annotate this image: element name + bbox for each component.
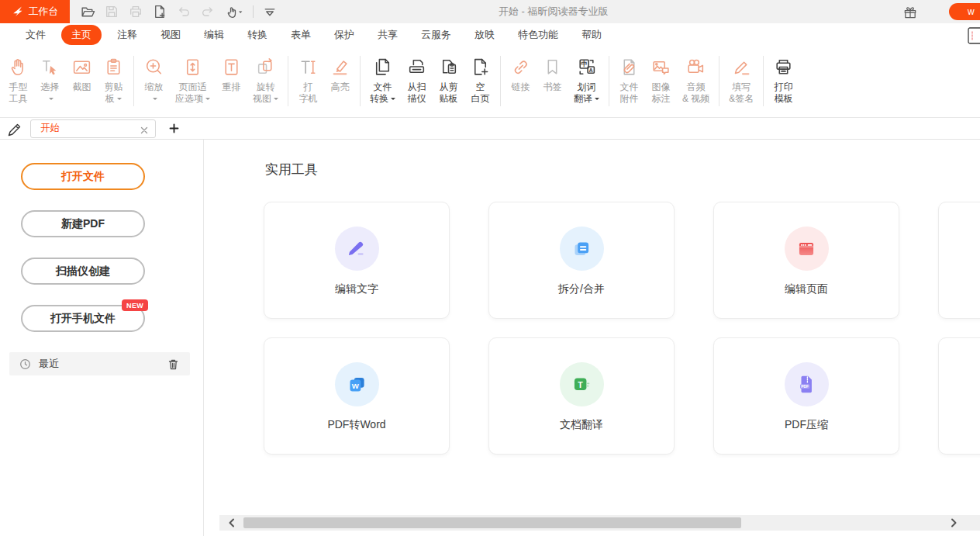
card-pdf-compress[interactable]: PDF PDF压缩: [713, 337, 899, 455]
ribbon-item-from-clipboard[interactable]: 从剪 贴板: [433, 47, 464, 105]
panel-toggle-icon[interactable]: [967, 26, 980, 45]
menu-protect[interactable]: 保护: [334, 28, 354, 42]
card-label: 编辑页面: [785, 282, 828, 296]
menu-help[interactable]: 帮助: [581, 28, 602, 42]
pdf-compress-icon: PDF: [785, 362, 829, 406]
ribbon-divider: [133, 56, 134, 106]
open-file-icon[interactable]: [80, 4, 95, 19]
menu-view[interactable]: 视图: [160, 28, 181, 42]
scroll-right-icon[interactable]: [948, 517, 959, 528]
customize-toolbar-icon[interactable]: [262, 4, 278, 19]
menu-convert[interactable]: 转换: [247, 28, 267, 42]
open-file-button[interactable]: 打开文件: [21, 163, 145, 190]
scroll-left-icon[interactable]: [226, 517, 237, 528]
ribbon-item-rotate-view[interactable]: 旋转 视图: [247, 47, 284, 105]
menu-cloud[interactable]: 云服务: [421, 28, 451, 42]
card-edit-page[interactable]: 编辑页面: [713, 202, 899, 319]
ribbon-item-translate[interactable]: 中A 划词 翻译: [568, 47, 605, 105]
ribbon-item-fill-sign[interactable]: 填写 &签名: [723, 47, 759, 105]
card-split-merge[interactable]: 拆分/合并: [488, 202, 675, 319]
svg-text:PDF: PDF: [801, 384, 809, 388]
translate-icon: 中A: [576, 55, 597, 78]
gift-icon[interactable]: [902, 4, 918, 19]
redo-icon[interactable]: [200, 4, 216, 19]
ribbon-item-clipboard[interactable]: 剪贴 板: [98, 47, 129, 105]
rotate-view-icon: [255, 55, 276, 78]
card-label: 编辑文字: [335, 282, 378, 296]
link-icon: [510, 55, 531, 78]
ribbon-item-convert-files[interactable]: 文件 转换: [364, 47, 401, 105]
scanner-create-button[interactable]: 扫描仪创建: [21, 258, 145, 285]
ribbon-item-label: 页面适 应选项: [175, 81, 210, 105]
ribbon-item-print-template[interactable]: 打印 模板: [768, 47, 799, 105]
ribbon-item-highlight[interactable]: 高亮: [324, 47, 356, 105]
new-pdf-button[interactable]: 新建PDF: [21, 210, 145, 237]
ribbon-item-fit-page[interactable]: 页面适 应选项: [170, 47, 216, 105]
ribbon-item-hand-tool[interactable]: 手型 工具: [2, 47, 34, 105]
promo-label: w: [968, 6, 975, 17]
open-mobile-file-button[interactable]: 打开手机文件 NEW: [21, 305, 145, 332]
ribbon-item-select[interactable]: 选择: [34, 47, 66, 105]
workspace-button[interactable]: 工作台: [0, 0, 70, 23]
menu-features[interactable]: 特色功能: [518, 28, 558, 42]
menu-home[interactable]: 主页: [61, 25, 102, 45]
save-icon[interactable]: [104, 4, 119, 19]
ribbon-item-from-scanner[interactable]: 从扫 描仪: [401, 47, 433, 105]
ribbon-item-reflow[interactable]: 重排: [216, 47, 247, 105]
trash-icon[interactable]: [167, 358, 180, 371]
menu-file[interactable]: 文件: [26, 28, 46, 42]
audio-video-icon: [685, 55, 706, 78]
from-scanner-icon: [406, 55, 427, 78]
ribbon-item-label: 选择: [41, 81, 60, 105]
sidebar: 打开文件 新建PDF 扫描仪创建 打开手机文件 NEW 最近: [0, 140, 204, 536]
doc-translate-icon: T: [560, 362, 604, 406]
new-document-icon[interactable]: [152, 4, 167, 19]
ribbon-item-label: 旋转 视图: [253, 81, 278, 105]
tab-close-icon[interactable]: [140, 124, 149, 133]
ribbon-group-sign: 填写 &签名: [723, 47, 759, 105]
menu-form[interactable]: 表单: [291, 28, 311, 42]
ribbon-item-audio-video[interactable]: 音频 & 视频: [677, 47, 715, 105]
menu-comment[interactable]: 注释: [117, 28, 137, 42]
ribbon-item-typewriter[interactable]: 打 字机: [292, 47, 324, 105]
hand-pointer-dropdown-icon[interactable]: [224, 4, 244, 19]
split-merge-icon: [560, 227, 604, 271]
scrollbar-thumb[interactable]: [243, 517, 741, 528]
main-content: 实用工具 编辑文字 拆分/合并 编辑页面: [204, 140, 980, 536]
ribbon-item-snapshot[interactable]: 截图: [66, 47, 98, 105]
dropdown-caret-icon: [274, 98, 278, 102]
ribbon-item-label: 填写 &签名: [729, 81, 754, 105]
ribbon-item-label: 文件 附件: [620, 81, 639, 105]
ribbon-item-image-annotation[interactable]: 图像 标注: [645, 47, 677, 105]
menu-edit[interactable]: 编辑: [204, 28, 224, 42]
card-pdf-to-word[interactable]: W PDF转Word: [264, 337, 450, 455]
dropdown-caret-icon: [391, 98, 395, 102]
ribbon-item-zoom[interactable]: 缩放: [138, 47, 170, 105]
card-label: PDF转Word: [327, 418, 385, 432]
ribbon-item-label: 从扫 描仪: [408, 81, 426, 105]
ribbon-group-comment: 打 字机 高亮: [292, 47, 356, 105]
card-partial[interactable]: [938, 202, 980, 319]
new-tab-icon[interactable]: [168, 123, 180, 134]
undo-icon[interactable]: [176, 4, 192, 19]
ribbon-item-blank-page[interactable]: 空 白页: [464, 47, 496, 105]
ribbon-item-label: 划词 翻译: [574, 81, 599, 105]
ribbon-item-link[interactable]: 链接: [505, 47, 537, 105]
card-doc-translate[interactable]: T 文档翻译: [488, 337, 675, 455]
ribbon-item-label: 打印 模板: [775, 81, 793, 105]
menu-share[interactable]: 共享: [378, 28, 398, 42]
document-tab-bar: 开始: [0, 118, 980, 140]
promo-button[interactable]: w: [949, 3, 980, 20]
tool-card-row-2: W PDF转Word T 文档翻译 PDF PDF压缩: [264, 337, 980, 455]
horizontal-scrollbar[interactable]: [219, 515, 980, 531]
card-edit-text[interactable]: 编辑文字: [264, 202, 450, 319]
print-icon[interactable]: [128, 4, 143, 19]
ribbon-item-file-attachment[interactable]: 文件 附件: [613, 47, 645, 105]
svg-text:T: T: [578, 379, 583, 389]
tab-start[interactable]: 开始: [30, 119, 156, 138]
menu-present[interactable]: 放映: [474, 28, 495, 42]
recent-files-row[interactable]: 最近: [9, 352, 190, 375]
ribbon-item-bookmark[interactable]: 书签: [537, 47, 568, 105]
describe-pencil-icon[interactable]: [6, 120, 23, 137]
card-partial[interactable]: [938, 337, 980, 455]
